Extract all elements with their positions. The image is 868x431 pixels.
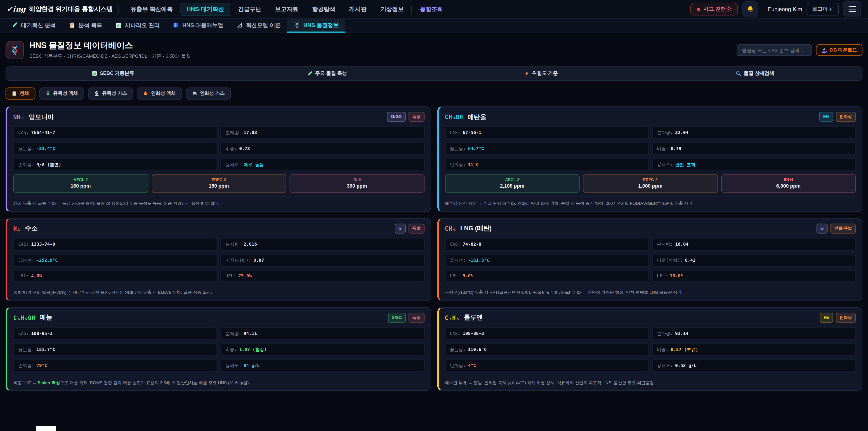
field: 끓는점:-161.5°C xyxy=(445,254,649,267)
topbar-right: 사고 진행중 Eunjeong Kim 로그아웃 xyxy=(690,1,862,17)
clipboard-icon xyxy=(69,22,75,28)
field-value: 0.07 xyxy=(253,258,264,263)
section-nav-strip: SEBC 거동분류주요 물질 특성위험도 기준물질 상세검색 xyxy=(5,66,862,81)
nav-item-기상정보[interactable]: 기상정보 xyxy=(374,2,410,16)
stat-IDLH: IDLH6,000 ppm xyxy=(721,174,856,192)
top-bar: ✓ing 해양환경 위기대응 통합시스템 유출유 확산예측HNS·대기확산긴급구… xyxy=(0,0,868,19)
nav-item-통합조회[interactable]: 통합조회 xyxy=(414,2,449,16)
nav-item-HNS·대기확산[interactable]: HNS·대기확산 xyxy=(181,2,230,16)
field: CAS:1333-74-0 xyxy=(13,238,217,250)
field-label: LFL: xyxy=(18,273,29,278)
stat-value: 300 ppm xyxy=(292,183,422,189)
status-label: 사고 진행중 xyxy=(704,5,731,13)
substance-card-페놀[interactable]: C₆H₅OH페놀S/SD독성CAS:108-95-2분자량:94.11끓는점:1… xyxy=(5,307,431,391)
field: 인화점:11°C xyxy=(445,158,649,171)
nav-item-게시판[interactable]: 게시판 xyxy=(343,2,373,16)
section-link-SEBC 거동분류[interactable]: SEBC 거동분류 xyxy=(6,70,220,77)
nav-item-항공탐색[interactable]: 항공탐색 xyxy=(306,2,342,16)
field: 비중:0.73 xyxy=(220,142,424,155)
tab-대기확산 분석[interactable]: 대기확산 분석 xyxy=(5,19,62,33)
field-value: 1333-74-0 xyxy=(31,242,55,247)
field-label: 비중: xyxy=(225,346,237,352)
field-label: 분자량: xyxy=(657,129,673,135)
card-header: NH₃암모니아G/GD독성 xyxy=(13,112,424,122)
notifications-button[interactable] xyxy=(742,1,758,17)
substance-card-LNG (메탄)[interactable]: CH₄LNG (메탄)G인화/폭발CAS:74-82-8분자량:16.04끓는점… xyxy=(437,218,862,301)
field-value: 110.6°C xyxy=(468,347,487,352)
bell-icon xyxy=(747,5,754,13)
badge-인화성: 인화성 xyxy=(836,112,856,122)
substance-card-수소[interactable]: H₂수소G폭발CAS:1333-74-0분자량:2.016끓는점:-252.9°… xyxy=(5,218,431,301)
section-link-물질 상세검색[interactable]: 물질 상세검색 xyxy=(648,70,862,77)
sub-tab-bar: 대기확산 분석분석 목록시나리오 관리HNS 대응매뉴얼확산모델 이론HNS 물… xyxy=(0,19,868,33)
substance-card-메탄올[interactable]: CH₃OH메탄올ED인화성CAS:67-56-1분자량:32.04끓는점:64.… xyxy=(437,106,862,212)
stat-value: 160 ppm xyxy=(16,183,145,189)
property-fields: CAS:7664-41-7분자량:17.03끓는점:-33.4°C비중:0.73… xyxy=(13,126,424,171)
field: 인화점:79°C xyxy=(13,359,217,372)
field: 분자량:32.04 xyxy=(652,126,856,139)
field-value: 4.0% xyxy=(31,273,42,278)
field: 끓는점:-33.4°C xyxy=(13,142,217,155)
db-download-button[interactable]: DB 다운로드 xyxy=(816,44,863,56)
tab-HNS 물질정보[interactable]: HNS 물질정보 xyxy=(287,19,345,33)
section-link-위험도 기준[interactable]: 위험도 기준 xyxy=(434,70,648,77)
stat-IDLH: IDLH300 ppm xyxy=(289,174,424,192)
field-label: CAS: xyxy=(450,242,460,247)
field-label: 용해도: xyxy=(225,362,241,368)
field: 분자량:92.14 xyxy=(652,327,856,339)
field-label: 분자량: xyxy=(657,241,673,247)
field-label: 끓는점: xyxy=(18,146,34,152)
filter-chip-label: 유독성 가스 xyxy=(102,90,127,97)
page-icon-box xyxy=(5,41,24,59)
filter-chip-row: 전체유독성 액체유독성 가스인화성 액체인화성 가스 xyxy=(5,88,862,100)
dna-icon xyxy=(10,45,20,55)
field: UFL:75.0% xyxy=(220,270,424,282)
field: 끓는점:-252.9°C xyxy=(13,254,217,267)
tab-확산모델 이론[interactable]: 확산모델 이론 xyxy=(230,19,287,33)
badge-인화성: 인화성 xyxy=(836,313,856,322)
filter-chip-인화성 가스[interactable]: 인화성 가스 xyxy=(186,88,231,100)
badge-S/SD: S/SD xyxy=(388,313,405,322)
app-logo[interactable]: ✓ing 해양환경 위기대응 통합시스템 xyxy=(6,5,113,13)
field: UFL:15.0% xyxy=(652,270,856,282)
card-note: 해상 유출 시 급속 기화 → 독성 가스운 형성. 물에 잘 용해되어 수중 … xyxy=(13,196,424,207)
incident-status-badge[interactable]: 사고 진행중 xyxy=(690,3,738,16)
flame-icon xyxy=(143,91,148,96)
nav-item-보고자료[interactable]: 보고자료 xyxy=(269,2,305,16)
tab-HNS 대응매뉴얼[interactable]: HNS 대응매뉴얼 xyxy=(166,19,230,33)
field-label: 분자량: xyxy=(225,129,241,135)
field-label: 인화점: xyxy=(18,162,34,168)
tab-시나리오 관리[interactable]: 시나리오 관리 xyxy=(109,19,166,33)
filter-chip-전체[interactable]: 전체 xyxy=(5,88,35,100)
field-value: -161.5°C xyxy=(468,258,489,263)
substance-card-톨루엔[interactable]: C₇H₈톨루엔FE인화성CAS:108-88-3분자량:92.14끓는점:110… xyxy=(437,307,862,391)
card-note: 해수면 부유 → 증발. 인화점 극히 낮아(4°C) 화재 위험 상시. 석유… xyxy=(445,376,856,386)
tab-label: 확산모델 이론 xyxy=(246,21,281,29)
ruler-icon xyxy=(237,22,243,28)
nav-item-유출유 확산예측[interactable]: 유출유 확산예측 xyxy=(124,2,179,16)
menu-button[interactable] xyxy=(843,1,862,17)
page-header-text: HNS 물질정보 데이터베이스 SEBC 거동분류 · CHRIS/CAMEO … xyxy=(29,40,191,60)
stat-label: ERPG-2 xyxy=(586,178,715,182)
field-value: 7664-41-7 xyxy=(31,130,55,135)
tab-분석 목록[interactable]: 분석 목록 xyxy=(62,19,109,33)
substance-card-암모니아[interactable]: NH₃암모니아G/GD독성CAS:7664-41-7분자량:17.03끓는점:-… xyxy=(5,106,431,212)
substance-name: LNG (메탄) xyxy=(460,224,491,233)
logout-button[interactable]: 로그아웃 xyxy=(807,3,839,16)
field-value: 181.7°C xyxy=(36,347,55,352)
badge-group: G/GD독성 xyxy=(387,112,425,122)
page-content: HNS 물질정보 데이터베이스 SEBC 거동분류 · CHRIS/CAMEO … xyxy=(0,40,868,391)
substance-name: 암모니아 xyxy=(29,113,54,121)
filter-chip-유독성 가스[interactable]: 유독성 가스 xyxy=(88,88,133,100)
nav-item-긴급구난[interactable]: 긴급구난 xyxy=(232,2,268,16)
substance-name: 메탄올 xyxy=(467,113,486,121)
field: 비중(액체):0.42 xyxy=(652,254,856,267)
filter-chip-유독성 액체[interactable]: 유독성 액체 xyxy=(39,88,84,100)
field-label: 용해도: xyxy=(225,162,241,168)
search-input[interactable] xyxy=(737,44,812,56)
field-value: 완전 혼화 xyxy=(675,162,695,168)
field-value: -33.4°C xyxy=(36,146,55,151)
section-link-주요 물질 특성[interactable]: 주요 물질 특성 xyxy=(220,70,434,77)
property-fields: CAS:1333-74-0분자량:2.016끓는점:-252.9°C비중(기체)… xyxy=(13,238,424,281)
filter-chip-인화성 액체[interactable]: 인화성 액체 xyxy=(137,88,182,100)
